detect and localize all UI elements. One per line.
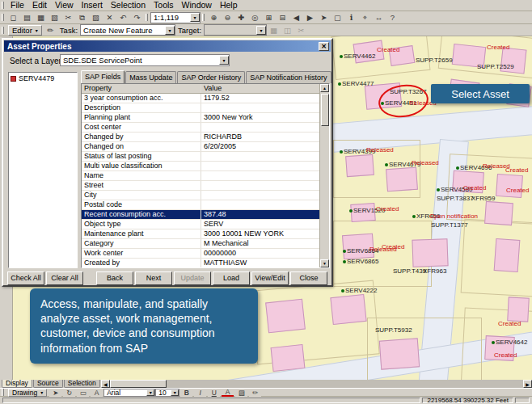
tab-display[interactable]: Display (2, 380, 32, 388)
fixed-zoom-out-icon[interactable]: ⊟ (277, 12, 289, 23)
chevron-down-icon[interactable]: ▾ (190, 13, 200, 22)
table-row[interactable]: City (82, 191, 319, 200)
tab-sap-notification-history[interactable]: SAP Notification History (246, 71, 331, 83)
copy-icon[interactable]: ⧉ (76, 12, 88, 23)
editor-menu-button[interactable]: Editor ▾ (8, 25, 42, 36)
zoom-out-icon[interactable]: ⊖ (222, 12, 234, 23)
clear-selection-icon[interactable]: ▢ (331, 12, 344, 23)
scrollbar-thumb[interactable] (110, 380, 167, 388)
table-row[interactable]: Description (82, 103, 319, 113)
tab-source[interactable]: Source (33, 380, 63, 388)
rotate-icon[interactable]: ↻ (63, 389, 75, 397)
menu-view[interactable]: View (51, 0, 78, 11)
next-button[interactable]: Next (135, 271, 172, 285)
table-row[interactable]: Created byMATTHIASW (82, 259, 319, 268)
italic-icon[interactable]: I (194, 389, 206, 397)
tab-sap-fields[interactable]: SAP Fields (81, 70, 125, 83)
close-button[interactable]: Close (290, 271, 327, 285)
chevron-down-icon[interactable]: ▾ (165, 26, 175, 35)
find-icon[interactable]: ⌖ (359, 12, 371, 23)
menu-selection[interactable]: Selection (107, 0, 150, 11)
property-table[interactable]: PropertyValue 3 year consumption acc.117… (81, 83, 330, 268)
table-row[interactable]: Recent consumption acc.387.48 (82, 210, 319, 220)
forward-extent-icon[interactable]: ▶ (304, 12, 316, 23)
vertical-scrollbar[interactable]: ▲ ▼ (319, 84, 329, 267)
table-row[interactable]: Changed on6/20/2005 (82, 142, 319, 152)
menu-insert[interactable]: Insert (78, 0, 107, 11)
edit-pencil-icon[interactable]: ✏ (44, 25, 57, 36)
drawing-menu-button[interactable]: Drawing ▾ (8, 389, 47, 397)
line-color-icon[interactable]: ✏ (249, 389, 261, 397)
scrollbar-thumb[interactable] (321, 94, 329, 126)
back-button[interactable]: Back (96, 271, 133, 285)
scroll-right-icon[interactable]: ▶ (523, 380, 532, 388)
table-row[interactable]: Cost center (82, 123, 319, 133)
menu-help[interactable]: Help (216, 0, 242, 11)
help-icon[interactable]: ? (386, 12, 399, 23)
table-row[interactable]: Multi value classification (82, 162, 319, 171)
scroll-left-icon[interactable]: ◀ (101, 380, 110, 388)
asset-list[interactable]: SERV4479 (8, 72, 78, 268)
select-elements-icon[interactable]: ➤ (49, 389, 61, 397)
clear-all-button[interactable]: Clear All (46, 271, 83, 285)
horizontal-scrollbar[interactable]: ◀ ▶ (101, 380, 532, 388)
scale-combo[interactable]: 1:1,119 ▾ (150, 12, 201, 23)
toolbar-grip[interactable] (2, 2, 4, 9)
table-row[interactable]: CategoryM Mechanical (82, 239, 319, 249)
chevron-down-icon[interactable]: ▾ (219, 56, 229, 65)
open-folder-icon[interactable]: ▤ (21, 12, 33, 23)
identify-icon[interactable]: ℹ (345, 12, 357, 23)
menu-file[interactable]: File (6, 0, 28, 11)
table-row[interactable]: Object typeSERV (82, 220, 319, 229)
table-row[interactable]: Maintenance plant3000 10001 NEW YORK (82, 229, 319, 239)
load-button[interactable]: Load (213, 271, 250, 285)
table-row[interactable]: Changed byRICHARDB (82, 133, 319, 142)
font-combo[interactable]: Arial ▾ (103, 389, 155, 397)
font-size-combo[interactable]: 10 ▾ (155, 389, 179, 397)
fixed-zoom-in-icon[interactable]: ⊞ (263, 12, 275, 23)
font-color-icon[interactable]: A (222, 389, 234, 397)
menu-edit[interactable]: Edit (28, 0, 51, 11)
table-row[interactable]: Planning plant3000 New York (82, 113, 319, 123)
list-item[interactable]: SERV4479 (9, 73, 77, 84)
toolbar-grip[interactable] (202, 14, 205, 21)
dialog-titlebar[interactable]: Asset Properties ✕ (4, 40, 331, 52)
close-icon[interactable]: ✕ (319, 42, 329, 51)
measure-icon[interactable]: ↔ (373, 12, 385, 23)
toolbar-grip[interactable] (146, 14, 148, 21)
menu-tools[interactable]: Tools (150, 0, 178, 11)
table-row[interactable]: Work center00000000 (82, 249, 319, 259)
table-row[interactable]: Name (82, 171, 319, 181)
table-row[interactable]: Postal code (82, 200, 319, 210)
zoom-in-icon[interactable]: ⊕ (208, 12, 220, 23)
scroll-up-icon[interactable]: ▲ (320, 84, 329, 92)
fill-color-icon[interactable]: ▨ (235, 389, 247, 397)
delete-icon[interactable]: ✕ (103, 12, 116, 23)
view-edit-button[interactable]: View/Edit (251, 271, 289, 285)
toolbar-grip[interactable] (2, 14, 4, 21)
text-tool-icon[interactable]: A (91, 389, 103, 397)
full-extent-icon[interactable]: ◎ (249, 12, 261, 23)
layer-combo[interactable]: SDE.SDE ServicePoint ▾ (60, 54, 230, 66)
toolbar-grip[interactable] (2, 27, 4, 34)
chevron-down-icon[interactable]: ▾ (146, 389, 154, 396)
new-document-icon[interactable]: ◻ (7, 12, 19, 23)
tab-selection[interactable]: Selection (64, 380, 100, 388)
tab-sap-order-history[interactable]: SAP Order History (177, 71, 245, 83)
shape-tool-icon[interactable]: ▭ (77, 389, 89, 397)
bold-icon[interactable]: B (180, 389, 192, 397)
tab-mass-update[interactable]: Mass Update (125, 71, 176, 83)
table-row[interactable]: 3 year consumption acc.1179.52 (82, 94, 319, 103)
chevron-down-icon[interactable]: ▾ (171, 389, 179, 396)
table-row[interactable]: Status of last posting (82, 152, 319, 162)
save-icon[interactable]: ▦ (35, 12, 47, 23)
underline-icon[interactable]: U (208, 389, 220, 397)
pan-icon[interactable]: ✚ (235, 12, 247, 23)
menu-window[interactable]: Window (178, 0, 216, 11)
back-extent-icon[interactable]: ◀ (290, 12, 302, 23)
table-row[interactable]: Street (82, 181, 319, 191)
task-combo[interactable]: Create New Feature ▾ (80, 24, 175, 36)
toolbar-grip[interactable] (2, 389, 4, 396)
paste-icon[interactable]: ▨ (90, 12, 102, 23)
redo-icon[interactable]: ↷ (131, 12, 143, 23)
